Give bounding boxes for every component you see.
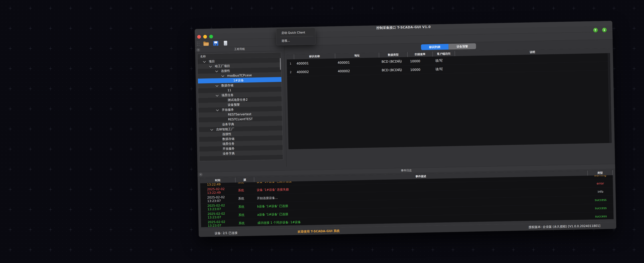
event-log-rows: 2025-02-02 13:22:49系统设备 '1#设备' 已断开连接warn… (200, 175, 614, 227)
log-type-badge: info (588, 187, 613, 196)
tree-item-label: 吉林智能工厂 (216, 127, 234, 131)
tree-item-label: RESTServertest (228, 112, 252, 116)
open-folder-icon[interactable] (203, 41, 209, 46)
nav-panel-close-button[interactable]: ✕ (196, 48, 200, 52)
chevron-down-icon[interactable] (211, 128, 216, 130)
tree-item-label: 开放服务 (222, 146, 234, 150)
log-time-cell: 2025-02-02 13:22:49 (200, 186, 236, 195)
log-source-cell: 系统 (236, 202, 255, 211)
save-floppy-icon[interactable] (213, 40, 219, 46)
scroll-down-button[interactable]: ↓ (602, 28, 607, 32)
window-title: 控制采集接口 T-SCADA-GUI V1.0 (376, 25, 431, 30)
event-log-close-button[interactable]: ✕ (199, 172, 202, 176)
log-column-header[interactable]: 时间 (200, 178, 236, 183)
tag-column-header[interactable]: 标识名称 (294, 54, 335, 60)
log-type-badge: success (588, 212, 614, 220)
tree-rows: 项目哈工厂项目连接性modbusTCPcese1#设备数据存储11场景任务测试场… (198, 58, 283, 161)
menu-item-options-label: 选项... (282, 38, 290, 42)
log-source-cell: 系统 (236, 194, 254, 202)
log-time-cell: 2025-02-02 13:23:07 (201, 211, 236, 220)
log-time-cell: 2025-02-02 13:23:07 (200, 203, 236, 212)
chevron-down-icon[interactable] (210, 65, 215, 67)
up-arrow-icon: ↑ (594, 28, 597, 32)
tree-indent (228, 80, 233, 80)
down-arrow-icon: ↓ (603, 28, 606, 32)
dropdown-menu: 启动 Quick Client 选项... (276, 28, 316, 46)
tree-item-label: 业务字典 (222, 122, 234, 126)
chevron-down-icon[interactable] (216, 94, 222, 96)
device-icon[interactable] (222, 40, 228, 46)
close-icon: ✕ (200, 173, 202, 176)
scroll-up-button[interactable]: ↑ (593, 28, 598, 32)
tree-indent (222, 90, 228, 90)
tree-item-label: 开放服务 (222, 108, 234, 112)
tab-tag-list[interactable]: 标识列表 (421, 44, 448, 50)
tag-datatype-cell: BCD (BCD码) (379, 66, 408, 74)
welcome-message: 欢迎使用 T-SCADA-GUI 系统 (298, 229, 340, 234)
minimize-window-button[interactable] (203, 35, 207, 38)
chevron-down-icon[interactable] (204, 60, 209, 62)
zoom-window-button[interactable] (209, 35, 213, 38)
tag-header-gutter (286, 54, 294, 60)
tab-device-alert-label: 设备预警 (456, 44, 468, 48)
tree-header-label: 名称 (200, 54, 206, 58)
tag-column-header[interactable]: 数据类型 (379, 52, 408, 58)
tree-item-label: RESTCLientTEST (228, 117, 253, 121)
desktop: { "window": { "title": "控制采集接口 T-SCADA-G… (0, 0, 644, 263)
log-type-badge: success (588, 204, 614, 212)
log-source-cell: 系统 (236, 186, 254, 194)
menu-item-quick-client-label: 启动 Quick Client (281, 30, 305, 35)
tree-item-label: 场景任务 (222, 93, 234, 97)
tag-column-header[interactable]: 客户端访问 (433, 51, 455, 57)
tag-address-cell: 400001 (335, 58, 379, 67)
chevron-glyph (210, 128, 213, 131)
log-time-cell: 2025-02-02 13:23:07 (201, 219, 236, 227)
tag-area: 标识列表 设备预警 标识名称地址数据类型扫描速率客户端访问说明 14000014… (284, 40, 615, 166)
log-column-header[interactable]: 源 (235, 177, 254, 182)
tree-item-label: 业务字典 (222, 151, 234, 156)
chevron-glyph (216, 108, 219, 111)
license-info: 授权版本: 企业版 (永久授权) [V1.0.0.2024011801] (528, 224, 616, 229)
event-log-title: 事件日志 (401, 168, 412, 172)
chevron-glyph (216, 84, 218, 87)
window-nav-buttons: ↑ ↓ (593, 28, 607, 32)
tree-indent (222, 114, 228, 115)
log-source-cell: 系统 (236, 211, 255, 219)
tag-scanrate-cell: 10000 (408, 56, 433, 66)
tag-row-number: 2 (287, 68, 294, 76)
toolbar-drag-handle[interactable] (197, 42, 199, 46)
close-window-button[interactable] (197, 35, 201, 38)
chevron-down-icon[interactable] (222, 75, 227, 77)
tag-datatype-cell: BCD (BCD码) (379, 57, 408, 66)
tree-item-label: 连接性 (221, 68, 230, 73)
devices-status: 设备: 2/1 已连接 (199, 231, 238, 236)
tree-indent (222, 100, 228, 100)
chevron-down-icon[interactable] (216, 70, 221, 72)
tree-indent (217, 148, 222, 149)
tag-access-cell: 读/写 (433, 65, 455, 74)
scada-window: 控制采集接口 T-SCADA-GUI V1.0 ↑ ↓ (194, 21, 616, 237)
tag-access-cell: 读/写 (433, 56, 455, 65)
tree-indent (217, 144, 222, 144)
tag-scanrate-cell: 10000 (408, 65, 433, 74)
tree-item-label: 测试场景任务2 (228, 98, 248, 102)
tag-row-number: 1 (287, 59, 294, 68)
event-log-table: 时间源事件描述类型 2025-02-02 13:22:49系统设备 '1#设备'… (200, 170, 614, 227)
chevron-glyph (203, 60, 206, 62)
chevron-glyph (215, 69, 218, 72)
tag-column-header[interactable]: 扫描速率 (408, 52, 433, 57)
tree-item-label: 1#设备 (233, 78, 244, 82)
log-type-badge: success (588, 196, 613, 204)
tree-item-label: 项目 (209, 59, 215, 64)
log-column-header[interactable]: 类型 (588, 170, 613, 176)
tab-tag-list-label: 标识列表 (429, 45, 440, 49)
tag-table-scrollbar[interactable] (608, 53, 612, 143)
tree-indent (222, 105, 228, 105)
chevron-down-icon[interactable] (216, 84, 221, 86)
chevron-down-icon[interactable] (216, 109, 222, 111)
tab-device-alert[interactable]: 设备预警 (448, 43, 476, 50)
menu-item-options[interactable]: 选项... (276, 37, 316, 44)
main-region: ✕ 工程导航 名称 项目哈工厂项目连接性modbusTCPcese1#设备数据存… (195, 40, 615, 168)
menu-item-quick-client[interactable]: 启动 Quick Client (276, 29, 315, 36)
tag-name-cell: 400002 (294, 67, 336, 76)
